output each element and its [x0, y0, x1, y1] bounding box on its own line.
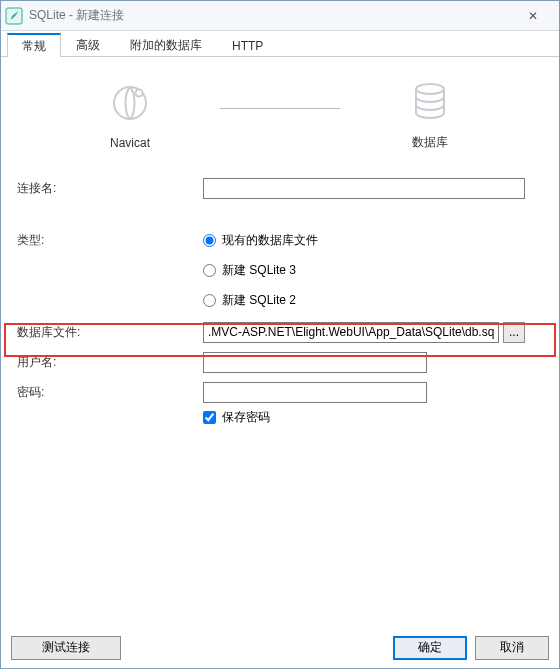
svg-point-2 [136, 89, 143, 96]
app-icon [5, 7, 23, 25]
save-password-input[interactable] [203, 411, 216, 424]
test-connection-button[interactable]: 测试连接 [11, 636, 121, 660]
type-radio-existing[interactable] [203, 234, 216, 247]
type-radio-sqlite3[interactable] [203, 264, 216, 277]
tab-content: Navicat 数据库 连接名: [1, 57, 559, 626]
browse-button[interactable]: ... [503, 322, 525, 343]
type-option-existing[interactable]: 现有的数据库文件 [203, 229, 318, 251]
type-option-sqlite3[interactable]: 新建 SQLite 3 [203, 259, 296, 281]
footer: 测试连接 确定 取消 [1, 626, 559, 668]
diagram-right-label: 数据库 [412, 134, 448, 151]
database-icon [408, 79, 452, 126]
svg-point-3 [416, 84, 444, 94]
tab-http[interactable]: HTTP [217, 33, 278, 57]
password-label: 密码: [17, 384, 203, 401]
close-icon: ✕ [528, 9, 538, 23]
window-title: SQLite - 新建连接 [29, 7, 124, 24]
connection-name-label: 连接名: [17, 180, 203, 197]
tab-advanced[interactable]: 高级 [61, 33, 115, 57]
type-option-sqlite2[interactable]: 新建 SQLite 2 [203, 289, 296, 311]
ellipsis-icon: ... [509, 325, 519, 339]
connection-name-input[interactable] [203, 178, 525, 199]
type-label: 类型: [17, 232, 203, 249]
diagram-left-label: Navicat [110, 136, 150, 150]
titlebar: SQLite - 新建连接 ✕ [1, 1, 559, 31]
type-radio-sqlite2[interactable] [203, 294, 216, 307]
navicat-icon [108, 81, 152, 128]
cancel-button[interactable]: 取消 [475, 636, 549, 660]
tabs: 常规 高级 附加的数据库 HTTP [1, 31, 559, 57]
db-file-label: 数据库文件: [17, 324, 203, 341]
tab-attached-db[interactable]: 附加的数据库 [115, 33, 217, 57]
tab-general[interactable]: 常规 [7, 33, 61, 57]
connection-diagram: Navicat 数据库 [17, 79, 543, 151]
username-input[interactable] [203, 352, 427, 373]
diagram-connector [220, 108, 340, 109]
password-input[interactable] [203, 382, 427, 403]
username-label: 用户名: [17, 354, 203, 371]
db-file-input[interactable] [203, 322, 499, 343]
save-password-checkbox[interactable]: 保存密码 [203, 409, 543, 426]
dialog-window: SQLite - 新建连接 ✕ 常规 高级 附加的数据库 HTTP Navica… [0, 0, 560, 669]
ok-button[interactable]: 确定 [393, 636, 467, 660]
close-button[interactable]: ✕ [510, 2, 555, 30]
